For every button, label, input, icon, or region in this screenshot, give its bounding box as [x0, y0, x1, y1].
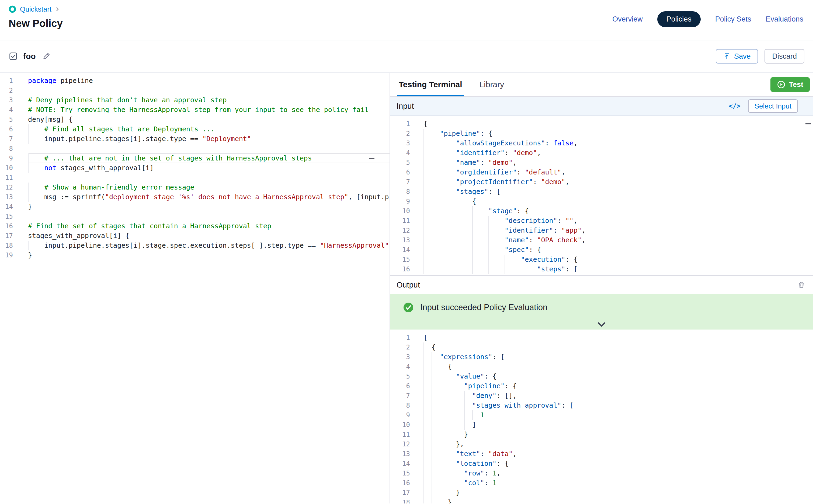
code-line[interactable]: 16 "col": 1 [390, 478, 813, 488]
line-number: 3 [0, 95, 13, 105]
code-line[interactable]: 6 # Find all stages that are Deployments… [0, 124, 389, 134]
select-input-button[interactable]: Select Input [748, 99, 798, 113]
code-line[interactable]: 11 [0, 173, 389, 183]
code-line[interactable]: 7 input.pipeline.stages[i].stage.type ==… [0, 134, 389, 144]
code-line[interactable]: 1package pipeline [0, 76, 389, 86]
code-line[interactable]: 17 } [390, 488, 813, 498]
code-line[interactable]: 14 "location": { [390, 459, 813, 468]
input-json-editor[interactable]: 1{2 "pipeline": {3 "allowStageExecutions… [390, 116, 813, 275]
code-line[interactable]: 6 "pipeline": { [390, 381, 813, 391]
code-line-content: "deny": [], [424, 391, 813, 401]
code-line[interactable]: 9 { [390, 197, 813, 206]
tab-policy-sets[interactable]: Policy Sets [715, 15, 751, 23]
code-line[interactable]: 5 "name": "demo", [390, 158, 813, 167]
code-line[interactable]: 14} [0, 202, 389, 212]
code-line[interactable]: 7 "deny": [], [390, 391, 813, 401]
code-line-content: input.pipeline.stages[i].stage.type == "… [28, 134, 389, 144]
code-line[interactable]: 2 [0, 86, 389, 95]
code-line[interactable]: 3 "expressions": [ [390, 352, 813, 362]
discard-button[interactable]: Discard [765, 49, 804, 64]
code-line[interactable]: 11 "description": "", [390, 216, 813, 226]
code-line[interactable]: 8 [0, 144, 389, 153]
code-line[interactable]: 15 "execution": { [390, 255, 813, 264]
line-number: 11 [390, 430, 410, 439]
policy-check-icon [9, 52, 18, 61]
code-line-content: # Deny pipelines that don't have an appr… [28, 95, 389, 105]
indent-guide [424, 391, 424, 401]
code-line[interactable]: 16 "steps": [ [390, 264, 813, 274]
code-line[interactable]: 10 not stages_with_approval[i] [0, 163, 389, 173]
expand-banner-button[interactable] [597, 321, 606, 328]
code-line[interactable]: 13 "text": "data", [390, 449, 813, 459]
test-button-label: Test [789, 81, 803, 89]
code-line[interactable]: 13 "name": "OPA check", [390, 235, 813, 245]
code-line-content: "pipeline": { [424, 129, 813, 138]
code-line[interactable]: 3 "allowStageExecutions": false, [390, 138, 813, 148]
code-line[interactable]: 2 { [390, 342, 813, 352]
code-line[interactable]: 1[ [390, 333, 813, 342]
indent-guide [448, 488, 448, 498]
code-line[interactable]: 6 "orgIdentifier": "default", [390, 167, 813, 177]
code-line-content: "location": { [424, 459, 813, 468]
code-line-content: ] [424, 420, 813, 430]
tab-testing-terminal[interactable]: Testing Terminal [397, 73, 464, 96]
code-line[interactable]: 18 } [390, 498, 813, 503]
code-line[interactable]: 12 # Show a human-friendly error message [0, 183, 389, 192]
code-line[interactable]: 4# NOTE: Try removing the HarnessApprova… [0, 105, 389, 115]
indent-guide [424, 158, 424, 167]
trash-icon [797, 281, 805, 289]
code-line[interactable]: 14 "spec": { [390, 245, 813, 255]
line-number: 5 [0, 115, 13, 124]
code-line[interactable]: 18 input.pipeline.stages[i].stage.spec.e… [0, 241, 389, 250]
code-line[interactable]: 9 1 [390, 410, 813, 420]
breadcrumb-quickstart-link[interactable]: Quickstart [20, 5, 51, 13]
code-line[interactable]: 9 # ... that are not in the set of stage… [0, 153, 389, 163]
tab-overview[interactable]: Overview [612, 15, 643, 23]
code-line[interactable]: 10 "stage": { [390, 206, 813, 216]
edit-name-button[interactable] [41, 51, 51, 61]
indent-guide [448, 439, 448, 449]
indent-guide [456, 468, 456, 478]
code-line[interactable]: 4 { [390, 362, 813, 372]
code-line[interactable]: 17stages_with_approval[i] { [0, 231, 389, 241]
indent-guide [440, 158, 440, 167]
code-line[interactable]: 8 "stages": [ [390, 187, 813, 197]
tab-evaluations[interactable]: Evaluations [766, 15, 803, 23]
line-number: 2 [0, 86, 13, 95]
code-line[interactable]: 8 "stages_with_approval": [ [390, 401, 813, 410]
indent-guide [456, 206, 456, 216]
test-button[interactable]: Test [770, 77, 810, 92]
output-json-editor[interactable]: 1[2 {3 "expressions": [4 {5 "value": {6 … [390, 330, 813, 503]
code-line[interactable]: 10 ] [390, 420, 813, 430]
code-line[interactable]: 15 [0, 212, 389, 221]
code-line[interactable]: 19} [0, 250, 389, 260]
indent-guide [432, 401, 432, 410]
policy-code-editor[interactable]: 1package pipeline23# Deny pipelines that… [0, 73, 389, 503]
indent-guide [472, 264, 473, 274]
code-line[interactable]: 12 }, [390, 439, 813, 449]
line-number: 8 [390, 187, 410, 197]
code-line[interactable]: 5deny[msg] { [0, 115, 389, 124]
indent-guide [440, 498, 440, 503]
code-line[interactable]: 12 "identifier": "app", [390, 226, 813, 235]
code-line[interactable]: 16# Find the set of stages that contain … [0, 221, 389, 231]
code-view-icon[interactable]: </> [729, 102, 740, 110]
code-line[interactable]: 15 "row": 1, [390, 468, 813, 478]
tab-library[interactable]: Library [478, 73, 506, 96]
code-line[interactable]: 4 "identifier": "demo", [390, 148, 813, 158]
indent-guide [521, 264, 521, 274]
main-content: 1package pipeline23# Deny pipelines that… [0, 73, 813, 503]
code-line[interactable]: 5 "value": { [390, 372, 813, 381]
indent-guide [432, 449, 432, 459]
code-line[interactable]: 11 } [390, 430, 813, 439]
code-line[interactable]: 1{ [390, 119, 813, 129]
tab-policies[interactable]: Policies [657, 11, 701, 27]
indent-guide [432, 468, 432, 478]
clear-output-button[interactable] [796, 280, 807, 290]
code-line[interactable]: 2 "pipeline": { [390, 129, 813, 138]
code-line[interactable]: 7 "projectIdentifier": "demo", [390, 177, 813, 187]
code-line-content: "stages_with_approval": [ [424, 401, 813, 410]
save-button[interactable]: Save [716, 49, 758, 64]
code-line[interactable]: 13 msg := sprintf("deployment stage '%s'… [0, 192, 389, 202]
code-line[interactable]: 3# Deny pipelines that don't have an app… [0, 95, 389, 105]
